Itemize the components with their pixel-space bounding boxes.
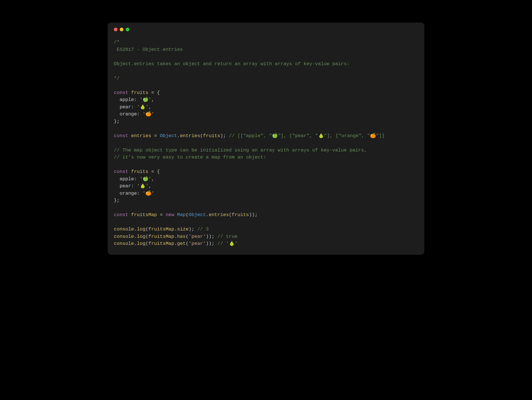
property: orange:	[114, 111, 143, 117]
identifier: fruits	[131, 169, 148, 174]
punct: (	[145, 241, 148, 246]
string: 'pear'	[189, 241, 206, 246]
property: size	[177, 227, 189, 232]
keyword: const	[114, 169, 131, 174]
method: log	[137, 234, 146, 239]
method: log	[137, 227, 146, 232]
string: '🍊'	[143, 191, 154, 196]
code-window: /* ES2017 - Object.entries Object.entrie…	[108, 23, 424, 255]
punct: = {	[148, 90, 160, 95]
comment-line: /*	[114, 39, 119, 45]
comment-line: ES2017 - Object.entries	[114, 47, 183, 52]
comment-line: Object.entries takes an object and retur…	[114, 61, 350, 67]
identifier: entries	[131, 133, 151, 139]
identifier: fruits	[131, 90, 148, 95]
keyword: const	[114, 133, 131, 139]
identifier: fruitsMap	[131, 212, 157, 217]
punct: );	[189, 227, 197, 232]
close-icon[interactable]	[114, 28, 118, 31]
punct: ));	[206, 234, 218, 239]
string: '🍐'	[137, 183, 148, 189]
punct: };	[114, 198, 119, 203]
comment-line: // The map object type can be initialize…	[114, 148, 367, 153]
punct: (	[145, 234, 148, 239]
property: apple:	[114, 176, 140, 182]
punct: ));	[206, 241, 218, 246]
property: pear:	[114, 104, 137, 110]
punct: .	[134, 227, 137, 232]
punct: .	[177, 133, 180, 139]
identifier: fruits	[232, 212, 249, 217]
punct: (	[186, 234, 189, 239]
keyword: const	[114, 212, 131, 217]
identifier: console	[114, 234, 134, 239]
comment-line: // '🍐'	[217, 241, 238, 246]
string: '🍏'	[140, 97, 151, 102]
identifier: fruitsMap	[148, 234, 174, 239]
punct: .	[174, 241, 177, 246]
keyword: const	[114, 90, 131, 95]
comment-line: // it's now very easy to create a map fr…	[114, 155, 266, 160]
punct: (	[229, 212, 232, 217]
punct: ));	[249, 212, 258, 217]
punct: .	[174, 227, 177, 232]
punct: (	[145, 227, 148, 232]
punct: ,	[151, 97, 154, 102]
comment-line: // true	[217, 234, 237, 239]
property: apple:	[114, 97, 140, 102]
punct: };	[114, 119, 119, 124]
minimize-icon[interactable]	[120, 28, 123, 31]
method: log	[137, 241, 146, 246]
punct: =	[151, 133, 160, 139]
method: entries	[209, 212, 229, 217]
method: entries	[180, 133, 200, 139]
window-controls	[114, 28, 418, 31]
method: get	[177, 241, 186, 246]
identifier: fruitsMap	[148, 241, 174, 246]
keyword: new	[166, 212, 177, 217]
string: 'pear'	[189, 234, 206, 239]
property: orange:	[114, 191, 143, 196]
comment-line: // 3	[197, 227, 209, 232]
method: has	[177, 234, 186, 239]
punct: ,	[151, 176, 154, 182]
punct: = {	[148, 169, 160, 174]
punct: =	[157, 212, 166, 217]
builtin: Object	[160, 133, 177, 139]
property: pear:	[114, 183, 137, 189]
string: '🍏'	[140, 176, 151, 182]
builtin: Map	[177, 212, 186, 217]
string: '🍐'	[137, 104, 148, 110]
punct: (	[200, 133, 203, 139]
identifier: fruits	[203, 133, 220, 139]
punct: ,	[148, 104, 151, 110]
punct: .	[206, 212, 209, 217]
builtin: Object	[189, 212, 206, 217]
punct: .	[174, 234, 177, 239]
code-block: /* ES2017 - Object.entries Object.entrie…	[114, 39, 418, 247]
maximize-icon[interactable]	[126, 28, 129, 31]
identifier: console	[114, 227, 134, 232]
punct: );	[220, 133, 229, 139]
comment-line: // [["apple", "🍏"], ["pear", "🍐"], ["ora…	[229, 133, 385, 139]
string: '🍊'	[143, 111, 154, 117]
punct: .	[134, 234, 137, 239]
punct: ,	[148, 183, 151, 189]
comment-line: */	[114, 76, 119, 81]
identifier: fruitsMap	[148, 227, 174, 232]
punct: .	[134, 241, 137, 246]
identifier: console	[114, 241, 134, 246]
punct: (	[186, 241, 189, 246]
punct: (	[186, 212, 189, 217]
